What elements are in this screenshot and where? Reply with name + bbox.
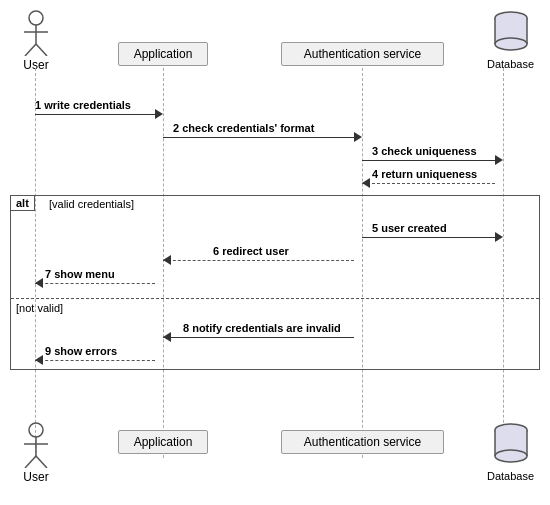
- arrow-2: 2 check credentials' format: [163, 130, 362, 144]
- svg-point-7: [495, 38, 527, 50]
- alt-divider: [11, 298, 539, 299]
- database-top-figure: Database: [487, 8, 534, 70]
- alt-label: alt: [10, 195, 35, 211]
- arrow-6-label: 6 redirect user: [213, 245, 289, 257]
- database-bottom-figure: Database: [487, 420, 534, 482]
- arrow-8-label: 8 notify credentials are invalid: [183, 322, 341, 334]
- user-bottom-figure: User: [18, 420, 54, 484]
- alt-condition2: [not valid]: [16, 302, 63, 314]
- arrow-2-label: 2 check credentials' format: [173, 122, 314, 134]
- user-bottom-label: User: [18, 470, 54, 484]
- application-box-bottom: Application: [118, 430, 208, 454]
- arrow-3: 3 check uniqueness: [362, 153, 503, 167]
- arrow-7: 7 show menu: [35, 276, 163, 290]
- arrow-9: 9 show errors: [35, 353, 163, 367]
- application-box-top: Application: [118, 42, 208, 66]
- svg-line-14: [36, 456, 47, 468]
- svg-line-13: [25, 456, 36, 468]
- arrow-5-label: 5 user created: [372, 222, 447, 234]
- svg-line-3: [25, 44, 36, 56]
- arrow-4-label: 4 return uniqueness: [372, 168, 477, 180]
- arrow-9-label: 9 show errors: [45, 345, 117, 357]
- sequence-diagram: User Application Authentication service …: [0, 0, 550, 505]
- svg-point-17: [495, 450, 527, 462]
- database-top-label: Database: [487, 58, 534, 70]
- svg-line-4: [36, 44, 47, 56]
- database-bottom-label: Database: [487, 470, 534, 482]
- svg-point-0: [29, 11, 43, 25]
- user-top-label: User: [18, 58, 54, 72]
- arrow-4: 4 return uniqueness: [362, 176, 503, 190]
- arrow-1: 1 write credentials: [35, 107, 163, 121]
- alt-condition1: [valid credentials]: [49, 198, 134, 210]
- arrow-8: 8 notify credentials are invalid: [163, 330, 362, 344]
- arrow-7-label: 7 show menu: [45, 268, 115, 280]
- arrow-6: 6 redirect user: [163, 253, 362, 267]
- arrow-1-label: 1 write credentials: [35, 99, 131, 111]
- auth-box-top: Authentication service: [281, 42, 444, 66]
- arrow-3-label: 3 check uniqueness: [372, 145, 477, 157]
- auth-box-bottom: Authentication service: [281, 430, 444, 454]
- svg-point-10: [29, 423, 43, 437]
- arrow-5: 5 user created: [362, 230, 503, 244]
- user-top-figure: User: [18, 8, 54, 72]
